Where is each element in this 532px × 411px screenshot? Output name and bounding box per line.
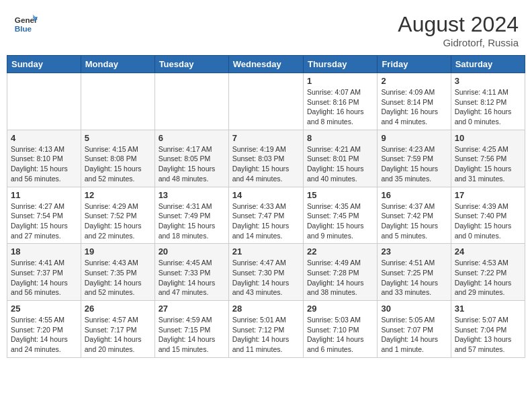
calendar-cell: 6Sunrise: 4:17 AMSunset: 8:05 PMDaylight…: [154, 130, 228, 187]
day-info: Sunrise: 4:11 AMSunset: 8:12 PMDaylight:…: [455, 87, 521, 127]
calendar-cell: 10Sunrise: 4:25 AMSunset: 7:56 PMDayligh…: [451, 130, 525, 187]
column-header-tuesday: Tuesday: [154, 56, 228, 73]
column-header-monday: Monday: [81, 56, 154, 73]
calendar-cell: 22Sunrise: 4:49 AMSunset: 7:28 PMDayligh…: [303, 244, 377, 301]
day-number: 4: [11, 133, 77, 143]
calendar-cell: [154, 73, 228, 130]
day-number: 17: [455, 190, 521, 200]
calendar-cell: 24Sunrise: 4:53 AMSunset: 7:22 PMDayligh…: [451, 244, 525, 301]
calendar-cell: 3Sunrise: 4:11 AMSunset: 8:12 PMDaylight…: [451, 73, 525, 130]
calendar-cell: 17Sunrise: 4:39 AMSunset: 7:40 PMDayligh…: [451, 187, 525, 244]
day-info: Sunrise: 5:07 AMSunset: 7:04 PMDaylight:…: [455, 315, 521, 355]
day-number: 18: [11, 246, 77, 257]
day-info: Sunrise: 4:17 AMSunset: 8:05 PMDaylight:…: [159, 144, 225, 184]
calendar-cell: 26Sunrise: 4:57 AMSunset: 7:17 PMDayligh…: [81, 301, 154, 358]
calendar-cell: 12Sunrise: 4:29 AMSunset: 7:52 PMDayligh…: [81, 187, 154, 244]
calendar-cell: 18Sunrise: 4:41 AMSunset: 7:37 PMDayligh…: [7, 244, 81, 301]
calendar-cell: 28Sunrise: 5:01 AMSunset: 7:12 PMDayligh…: [228, 301, 303, 358]
calendar-cell: 2Sunrise: 4:09 AMSunset: 8:14 PMDaylight…: [378, 73, 451, 130]
calendar-cell: 8Sunrise: 4:21 AMSunset: 8:01 PMDaylight…: [303, 130, 377, 187]
day-number: 20: [159, 246, 225, 257]
day-info: Sunrise: 4:59 AMSunset: 7:15 PMDaylight:…: [159, 315, 225, 355]
calendar-cell: 21Sunrise: 4:47 AMSunset: 7:30 PMDayligh…: [228, 244, 303, 301]
column-header-thursday: Thursday: [303, 56, 377, 73]
calendar-cell: [81, 73, 154, 130]
day-number: 22: [307, 246, 373, 257]
day-info: Sunrise: 4:23 AMSunset: 7:59 PMDaylight:…: [381, 144, 447, 184]
day-info: Sunrise: 4:41 AMSunset: 7:37 PMDaylight:…: [11, 258, 77, 298]
calendar-cell: 16Sunrise: 4:37 AMSunset: 7:42 PMDayligh…: [378, 187, 451, 244]
calendar-week-row: 11Sunrise: 4:27 AMSunset: 7:54 PMDayligh…: [7, 187, 525, 244]
calendar-header-row: SundayMondayTuesdayWednesdayThursdayFrid…: [7, 56, 525, 73]
calendar-cell: 31Sunrise: 5:07 AMSunset: 7:04 PMDayligh…: [451, 301, 525, 358]
day-number: 28: [232, 304, 300, 314]
logo-icon: General Blue: [13, 12, 38, 36]
calendar-cell: 5Sunrise: 4:15 AMSunset: 8:08 PMDaylight…: [81, 130, 154, 187]
day-number: 8: [307, 133, 373, 143]
calendar-cell: 25Sunrise: 4:55 AMSunset: 7:20 PMDayligh…: [7, 301, 81, 358]
calendar-table: SundayMondayTuesdayWednesdayThursdayFrid…: [7, 55, 525, 358]
day-number: 31: [455, 304, 521, 314]
calendar-cell: 27Sunrise: 4:59 AMSunset: 7:15 PMDayligh…: [154, 301, 228, 358]
day-number: 24: [455, 246, 521, 257]
day-number: 6: [159, 133, 225, 143]
day-number: 15: [307, 190, 373, 200]
day-number: 29: [307, 304, 373, 314]
day-info: Sunrise: 4:47 AMSunset: 7:30 PMDaylight:…: [232, 258, 300, 298]
day-info: Sunrise: 4:55 AMSunset: 7:20 PMDaylight:…: [11, 315, 77, 355]
svg-text:Blue: Blue: [15, 24, 32, 33]
day-info: Sunrise: 4:37 AMSunset: 7:42 PMDaylight:…: [381, 201, 447, 241]
day-info: Sunrise: 4:15 AMSunset: 8:08 PMDaylight:…: [85, 144, 151, 184]
calendar-cell: 13Sunrise: 4:31 AMSunset: 7:49 PMDayligh…: [154, 187, 228, 244]
day-number: 2: [381, 76, 447, 86]
day-number: 12: [85, 190, 151, 200]
day-info: Sunrise: 4:31 AMSunset: 7:49 PMDaylight:…: [159, 201, 225, 241]
calendar-cell: 19Sunrise: 4:43 AMSunset: 7:35 PMDayligh…: [81, 244, 154, 301]
day-info: Sunrise: 4:33 AMSunset: 7:47 PMDaylight:…: [232, 201, 300, 241]
column-header-wednesday: Wednesday: [228, 56, 303, 73]
column-header-sunday: Sunday: [7, 56, 81, 73]
column-header-friday: Friday: [378, 56, 451, 73]
calendar-cell: 11Sunrise: 4:27 AMSunset: 7:54 PMDayligh…: [7, 187, 81, 244]
page-header: General Blue August 2024 Gidrotorf, Russ…: [7, 7, 525, 51]
logo: General Blue: [13, 12, 38, 36]
day-number: 27: [159, 304, 225, 314]
column-header-saturday: Saturday: [451, 56, 525, 73]
calendar-cell: 30Sunrise: 5:05 AMSunset: 7:07 PMDayligh…: [378, 301, 451, 358]
day-info: Sunrise: 4:07 AMSunset: 8:16 PMDaylight:…: [307, 87, 373, 127]
calendar-cell: 4Sunrise: 4:13 AMSunset: 8:10 PMDaylight…: [7, 130, 81, 187]
day-number: 14: [232, 190, 300, 200]
day-info: Sunrise: 4:45 AMSunset: 7:33 PMDaylight:…: [159, 258, 225, 298]
calendar-cell: 9Sunrise: 4:23 AMSunset: 7:59 PMDaylight…: [378, 130, 451, 187]
calendar-cell: 15Sunrise: 4:35 AMSunset: 7:45 PMDayligh…: [303, 187, 377, 244]
calendar-cell: 23Sunrise: 4:51 AMSunset: 7:25 PMDayligh…: [378, 244, 451, 301]
title-block: August 2024 Gidrotorf, Russia: [398, 12, 519, 48]
day-info: Sunrise: 4:49 AMSunset: 7:28 PMDaylight:…: [307, 258, 373, 298]
calendar-cell: 20Sunrise: 4:45 AMSunset: 7:33 PMDayligh…: [154, 244, 228, 301]
month-year-title: August 2024: [398, 12, 519, 37]
day-info: Sunrise: 4:13 AMSunset: 8:10 PMDaylight:…: [11, 144, 77, 184]
day-number: 16: [381, 190, 447, 200]
calendar-cell: [7, 73, 81, 130]
location-title: Gidrotorf, Russia: [398, 37, 519, 48]
calendar-week-row: 25Sunrise: 4:55 AMSunset: 7:20 PMDayligh…: [7, 301, 525, 358]
day-number: 19: [85, 246, 151, 257]
day-info: Sunrise: 5:01 AMSunset: 7:12 PMDaylight:…: [232, 315, 300, 355]
day-info: Sunrise: 4:43 AMSunset: 7:35 PMDaylight:…: [85, 258, 151, 298]
day-number: 5: [85, 133, 151, 143]
day-info: Sunrise: 4:29 AMSunset: 7:52 PMDaylight:…: [85, 201, 151, 241]
calendar-week-row: 4Sunrise: 4:13 AMSunset: 8:10 PMDaylight…: [7, 130, 525, 187]
day-info: Sunrise: 4:53 AMSunset: 7:22 PMDaylight:…: [455, 258, 521, 298]
day-number: 30: [381, 304, 447, 314]
calendar-cell: 7Sunrise: 4:19 AMSunset: 8:03 PMDaylight…: [228, 130, 303, 187]
day-number: 9: [381, 133, 447, 143]
day-number: 7: [232, 133, 300, 143]
day-number: 10: [455, 133, 521, 143]
day-number: 13: [159, 190, 225, 200]
day-number: 21: [232, 246, 300, 257]
day-number: 25: [11, 304, 77, 314]
calendar-cell: 29Sunrise: 5:03 AMSunset: 7:10 PMDayligh…: [303, 301, 377, 358]
day-number: 23: [381, 246, 447, 257]
day-info: Sunrise: 4:19 AMSunset: 8:03 PMDaylight:…: [232, 144, 300, 184]
day-info: Sunrise: 5:03 AMSunset: 7:10 PMDaylight:…: [307, 315, 373, 355]
